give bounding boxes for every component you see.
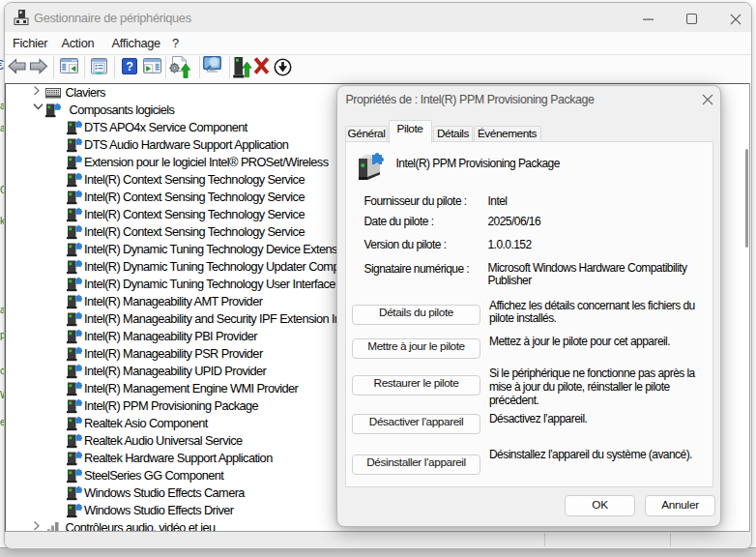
svg-text:?: ? xyxy=(126,60,133,73)
